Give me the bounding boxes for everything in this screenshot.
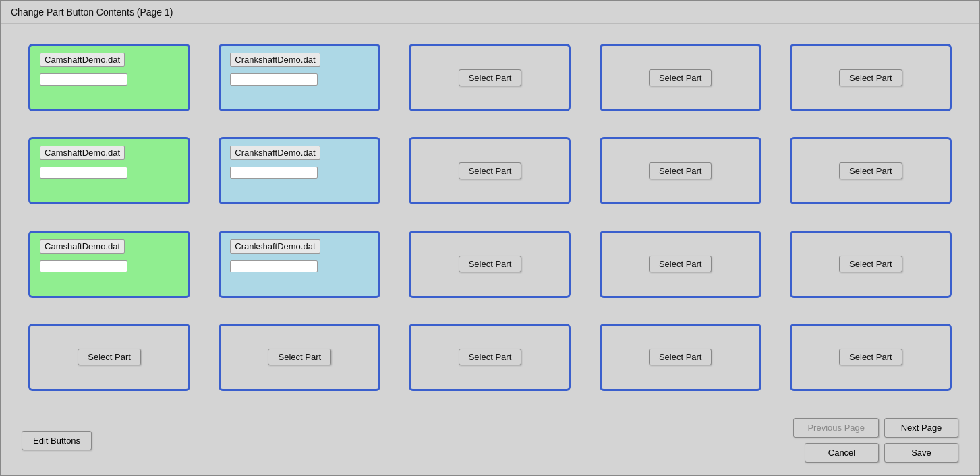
- grid-cell-0-1: CrankshaftDemo.dat: [212, 37, 387, 118]
- select-part-cell-3-0[interactable]: Select Part: [28, 324, 190, 391]
- select-part-cell-3-4[interactable]: Select Part: [790, 324, 952, 391]
- camshaft-button-1-0[interactable]: CamshaftDemo.dat: [28, 137, 190, 204]
- select-part-button-3-2[interactable]: Select Part: [459, 349, 522, 365]
- grid-cell-3-2: Select Part: [402, 317, 577, 398]
- footer-left: Edit Buttons: [22, 431, 92, 450]
- save-button[interactable]: Save: [884, 443, 958, 463]
- part-sub-field: [40, 260, 127, 272]
- select-part-cell-0-4[interactable]: Select Part: [790, 44, 952, 111]
- select-part-cell-2-3[interactable]: Select Part: [600, 231, 761, 298]
- grid-cell-1-0: CamshaftDemo.dat: [22, 130, 197, 211]
- part-sub-field: [230, 260, 318, 272]
- crankshaft-button-0-1[interactable]: CrankshaftDemo.dat: [219, 44, 380, 111]
- select-part-button-2-4[interactable]: Select Part: [839, 256, 902, 272]
- footer-right: Previous Page Next Page Cancel Save: [793, 418, 958, 463]
- grid-cell-1-1: CrankshaftDemo.dat: [212, 130, 387, 211]
- select-part-cell-3-1[interactable]: Select Part: [219, 324, 380, 391]
- select-part-button-3-4[interactable]: Select Part: [839, 349, 902, 365]
- edit-buttons-button[interactable]: Edit Buttons: [22, 431, 92, 450]
- select-part-cell-3-3[interactable]: Select Part: [600, 324, 761, 391]
- select-part-button-2-2[interactable]: Select Part: [459, 256, 522, 272]
- select-part-cell-1-3[interactable]: Select Part: [600, 137, 761, 204]
- select-part-cell-2-2[interactable]: Select Part: [409, 231, 571, 298]
- select-part-button-0-3[interactable]: Select Part: [649, 69, 712, 86]
- pagination-row: Previous Page Next Page: [793, 418, 958, 438]
- grid-cell-1-3: Select Part: [593, 130, 768, 211]
- window-title: Change Part Button Contents (Page 1): [11, 7, 173, 18]
- select-part-button-0-4[interactable]: Select Part: [839, 69, 902, 86]
- select-part-button-2-3[interactable]: Select Part: [649, 256, 712, 272]
- select-part-cell-1-4[interactable]: Select Part: [790, 137, 952, 204]
- grid-cell-2-2: Select Part: [402, 224, 577, 305]
- grid-cell-1-2: Select Part: [402, 130, 577, 211]
- select-part-cell-2-4[interactable]: Select Part: [790, 231, 952, 298]
- previous-page-button[interactable]: Previous Page: [793, 418, 879, 438]
- part-sub-field: [40, 73, 127, 86]
- select-part-button-1-4[interactable]: Select Part: [839, 162, 902, 179]
- next-page-button[interactable]: Next Page: [884, 418, 958, 438]
- grid-cell-0-4: Select Part: [783, 37, 958, 118]
- select-part-button-3-0[interactable]: Select Part: [78, 349, 141, 365]
- grid-cell-2-3: Select Part: [593, 224, 768, 305]
- cancel-button[interactable]: Cancel: [805, 443, 879, 463]
- main-window: Change Part Button Contents (Page 1) Cam…: [0, 0, 980, 476]
- select-part-button-0-2[interactable]: Select Part: [459, 69, 522, 86]
- select-part-cell-0-2[interactable]: Select Part: [409, 44, 571, 111]
- grid-cell-2-4: Select Part: [783, 224, 958, 305]
- content-area: CamshaftDemo.datCrankshaftDemo.datSelect…: [1, 24, 979, 411]
- part-sub-field: [230, 73, 318, 86]
- part-label: CrankshaftDemo.dat: [230, 53, 320, 67]
- part-label: CamshaftDemo.dat: [40, 146, 125, 160]
- grid-cell-2-0: CamshaftDemo.dat: [22, 224, 197, 305]
- part-sub-field: [40, 167, 127, 179]
- part-sub-field: [230, 167, 318, 179]
- select-part-cell-3-2[interactable]: Select Part: [409, 324, 571, 391]
- grid-cell-2-1: CrankshaftDemo.dat: [212, 224, 387, 305]
- grid-cell-0-0: CamshaftDemo.dat: [22, 37, 197, 118]
- grid-cell-1-4: Select Part: [783, 130, 958, 211]
- grid-cell-0-3: Select Part: [593, 37, 768, 118]
- grid-cell-3-4: Select Part: [783, 317, 958, 398]
- select-part-button-1-3[interactable]: Select Part: [649, 162, 712, 179]
- grid-cell-0-2: Select Part: [402, 37, 577, 118]
- select-part-button-3-3[interactable]: Select Part: [649, 349, 712, 365]
- part-label: CrankshaftDemo.dat: [230, 239, 320, 254]
- select-part-button-3-1[interactable]: Select Part: [268, 349, 331, 365]
- title-bar: Change Part Button Contents (Page 1): [1, 1, 979, 24]
- crankshaft-button-2-1[interactable]: CrankshaftDemo.dat: [219, 231, 380, 298]
- crankshaft-button-1-1[interactable]: CrankshaftDemo.dat: [219, 137, 380, 204]
- select-part-cell-1-2[interactable]: Select Part: [409, 137, 571, 204]
- select-part-cell-0-3[interactable]: Select Part: [600, 44, 761, 111]
- part-label: CamshaftDemo.dat: [40, 53, 125, 67]
- grid-cell-3-3: Select Part: [593, 317, 768, 398]
- footer: Edit Buttons Previous Page Next Page Can…: [1, 411, 979, 475]
- part-label: CrankshaftDemo.dat: [230, 146, 320, 160]
- action-row: Cancel Save: [805, 443, 958, 463]
- grid-cell-3-1: Select Part: [212, 317, 387, 398]
- grid-cell-3-0: Select Part: [22, 317, 197, 398]
- button-grid: CamshaftDemo.datCrankshaftDemo.datSelect…: [22, 37, 958, 398]
- camshaft-button-2-0[interactable]: CamshaftDemo.dat: [28, 231, 190, 298]
- part-label: CamshaftDemo.dat: [40, 239, 125, 254]
- select-part-button-1-2[interactable]: Select Part: [459, 162, 522, 179]
- camshaft-button-0-0[interactable]: CamshaftDemo.dat: [28, 44, 190, 111]
